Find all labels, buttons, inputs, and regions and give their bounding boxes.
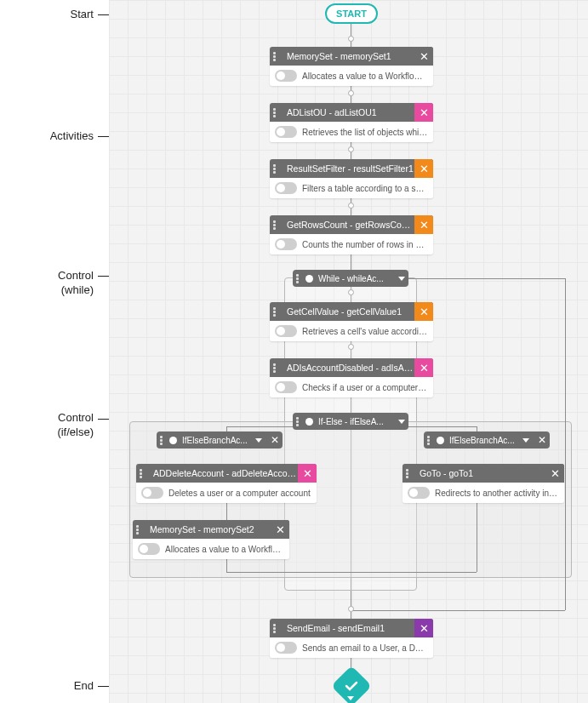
control-while[interactable]: While - whileAc... bbox=[293, 270, 408, 287]
port bbox=[348, 146, 354, 152]
node-adlistou1[interactable]: ADListOU - adListOU1✕ Retrieves the list… bbox=[270, 103, 433, 142]
node-title: ResultSetFilter - resultSetFilter1 bbox=[287, 163, 414, 174]
start-node[interactable]: START bbox=[325, 3, 378, 24]
node-desc: Retrieves the list of objects which resi… bbox=[302, 128, 428, 137]
close-icon[interactable]: ✕ bbox=[271, 434, 279, 446]
control-branch-left[interactable]: IfElseBranchAc... ✕ bbox=[157, 432, 283, 449]
close-icon[interactable]: ✕ bbox=[414, 215, 433, 234]
label-start: Start bbox=[71, 8, 94, 22]
control-branch-right[interactable]: IfElseBranchAc... ✕ bbox=[424, 432, 550, 449]
node-desc: Counts the number of rows in a table bbox=[302, 240, 428, 249]
enable-toggle[interactable] bbox=[141, 487, 163, 499]
node-desc: Retrieves a cell's value according to it… bbox=[302, 327, 428, 336]
control-title: IfElseBranchAc... bbox=[182, 436, 248, 445]
node-title: SendEmail - sendEmail1 bbox=[287, 623, 414, 633]
connector-ifelse-join bbox=[226, 572, 477, 573]
enable-toggle[interactable] bbox=[408, 487, 430, 499]
close-icon[interactable]: ✕ bbox=[414, 159, 433, 178]
node-title: GetCellValue - getCellValue1 bbox=[287, 306, 414, 317]
port bbox=[348, 289, 354, 295]
label-activities: Activities bbox=[50, 129, 94, 144]
label-column: Start Activities Control (while) Control… bbox=[0, 0, 109, 703]
close-icon[interactable]: ✕ bbox=[414, 358, 433, 377]
enable-toggle[interactable] bbox=[275, 325, 297, 337]
enable-toggle[interactable] bbox=[275, 70, 297, 82]
node-desc: Redirects to another activity in the Wo.… bbox=[435, 489, 559, 498]
node-desc: Allocates a value to a Workflow/Globa... bbox=[302, 71, 428, 81]
port bbox=[348, 203, 354, 209]
control-title: While - whileAc... bbox=[318, 274, 384, 283]
node-getrowscount1[interactable]: GetRowsCount - getRowsCount1✕ Counts the… bbox=[270, 215, 433, 254]
status-led bbox=[305, 418, 313, 426]
node-addeleteaccount1[interactable]: ADDeleteAccount - adDeleteAccount1✕ Dele… bbox=[136, 464, 317, 503]
node-title: MemorySet - memorySet2 bbox=[150, 524, 271, 534]
port bbox=[348, 36, 354, 42]
chevron-down-icon[interactable] bbox=[255, 438, 262, 443]
control-ifelse[interactable]: If-Else - ifElseA... bbox=[293, 413, 408, 430]
control-title: IfElseBranchAc... bbox=[449, 436, 515, 445]
node-sendemail1[interactable]: SendEmail - sendEmail1✕ Sends an email t… bbox=[270, 619, 433, 658]
node-resultsetfilter1[interactable]: ResultSetFilter - resultSetFilter1✕ Filt… bbox=[270, 159, 433, 198]
node-title: ADListOU - adListOU1 bbox=[287, 107, 414, 117]
node-title: GetRowsCount - getRowsCount1 bbox=[287, 220, 414, 230]
end-icon bbox=[343, 677, 360, 694]
port bbox=[348, 344, 354, 350]
node-desc: Filters a table according to a specified… bbox=[302, 184, 428, 193]
node-adisaccountdisabled[interactable]: ADIsAccountDisabled - adIsAccount...✕ Ch… bbox=[270, 358, 433, 397]
connector-branchR-down bbox=[477, 502, 477, 572]
connector-rejoin bbox=[351, 610, 565, 611]
label-control-ifelse: Control (if/else) bbox=[57, 411, 94, 440]
node-title: ADDeleteAccount - adDeleteAccount1 bbox=[153, 468, 298, 478]
port bbox=[348, 90, 354, 96]
node-memoryset2[interactable]: MemorySet - memorySet2✕ Allocates a valu… bbox=[133, 520, 289, 559]
close-icon[interactable]: ✕ bbox=[414, 619, 433, 637]
close-icon[interactable]: ✕ bbox=[298, 464, 317, 483]
close-icon[interactable]: ✕ bbox=[414, 103, 433, 122]
close-icon[interactable]: ✕ bbox=[545, 464, 564, 483]
label-control-while: Control (while) bbox=[58, 269, 94, 298]
node-title: MemorySet - memorySet1 bbox=[287, 51, 414, 61]
node-memoryset1[interactable]: MemorySet - memorySet1✕ Allocates a valu… bbox=[270, 47, 433, 86]
port bbox=[348, 606, 354, 612]
chevron-down-icon[interactable] bbox=[398, 420, 405, 424]
chevron-down-icon[interactable] bbox=[398, 277, 405, 281]
start-label: START bbox=[336, 9, 367, 19]
control-title: If-Else - ifElseA... bbox=[318, 417, 384, 426]
node-desc: Deletes a user or a computer account bbox=[168, 489, 311, 498]
chevron-down-icon[interactable] bbox=[522, 438, 529, 443]
enable-toggle[interactable] bbox=[275, 381, 297, 393]
close-icon[interactable]: ✕ bbox=[414, 302, 433, 321]
close-icon[interactable]: ✕ bbox=[271, 520, 289, 539]
node-desc: Allocates a value to a Workflow/Globa... bbox=[165, 545, 284, 554]
node-desc: Sends an email to a User, a Duty or a ..… bbox=[302, 643, 428, 653]
node-title: ADIsAccountDisabled - adIsAccount... bbox=[287, 363, 414, 373]
close-icon[interactable]: ✕ bbox=[414, 47, 433, 66]
status-led bbox=[305, 275, 313, 283]
node-title: GoTo - goTo1 bbox=[420, 468, 545, 478]
node-getcellvalue1[interactable]: GetCellValue - getCellValue1✕ Retrieves … bbox=[270, 302, 433, 341]
workflow-canvas[interactable]: START MemorySet - memorySet1✕ Allocates … bbox=[109, 0, 588, 703]
label-end: End bbox=[74, 679, 94, 694]
enable-toggle[interactable] bbox=[138, 543, 160, 555]
connector-right-rail bbox=[565, 278, 566, 610]
chevron-down-icon[interactable] bbox=[347, 696, 354, 700]
status-led bbox=[437, 437, 444, 444]
node-goto1[interactable]: GoTo - goTo1✕ Redirects to another activ… bbox=[402, 464, 564, 503]
enable-toggle[interactable] bbox=[275, 126, 297, 138]
enable-toggle[interactable] bbox=[275, 238, 297, 250]
enable-toggle[interactable] bbox=[275, 182, 297, 194]
connector-while-out bbox=[395, 278, 565, 279]
node-desc: Checks if a user or a computer accou... bbox=[302, 383, 428, 392]
status-led bbox=[169, 437, 177, 444]
close-icon[interactable]: ✕ bbox=[538, 434, 546, 446]
enable-toggle[interactable] bbox=[275, 642, 297, 654]
